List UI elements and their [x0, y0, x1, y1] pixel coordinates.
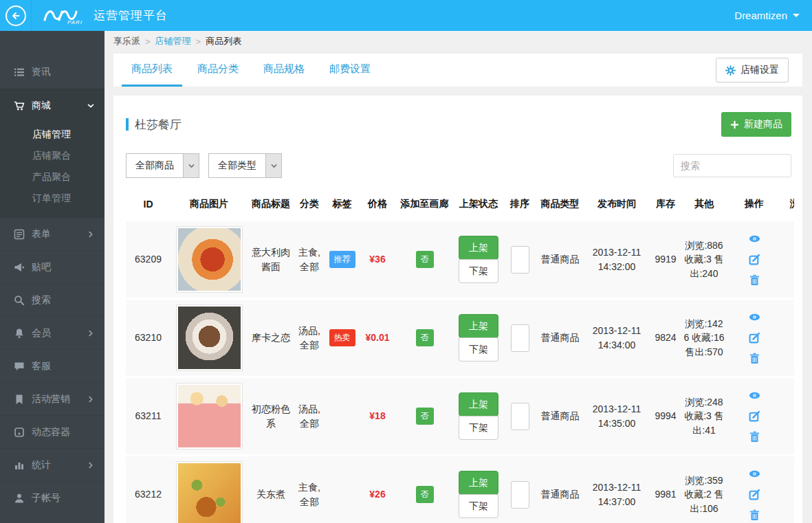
back-button-wrap — [0, 0, 32, 31]
new-product-label: 新建商品 — [744, 118, 782, 131]
tab-product-category[interactable]: 商品分类 — [188, 54, 248, 87]
user-name: Dreamtizen — [734, 10, 787, 21]
trash-icon[interactable] — [749, 353, 760, 364]
user-menu[interactable]: Dreamtizen — [734, 10, 800, 21]
caret-down-icon — [793, 14, 800, 17]
publish-time: 14:32:00 — [586, 260, 648, 274]
product-image — [177, 227, 242, 292]
table-header-row: ID 商品图片 商品标题 分类 标签 价格 添加至画廊 上架状态 排序 商品类型… — [126, 189, 794, 221]
trash-icon[interactable] — [749, 274, 760, 286]
sidebar-item-label: 会员 — [32, 327, 51, 340]
col-image: 商品图片 — [171, 189, 248, 221]
edit-icon[interactable] — [749, 332, 760, 344]
section-accent-bar — [126, 118, 129, 131]
top-bar: PARI 运营管理平台 Dreamtizen — [0, 0, 812, 31]
trash-icon[interactable] — [749, 509, 760, 521]
sidebar-item-label: 子帐号 — [32, 492, 61, 504]
col-stock: 库存 — [650, 189, 681, 221]
product-list-panel: 杜莎餐厅 新建商品 全部商品 全部类型 — [113, 96, 802, 523]
on-shelf-button[interactable]: 上架 — [459, 471, 498, 495]
edit-icon[interactable] — [749, 489, 760, 500]
chevron-right-icon — [87, 230, 95, 238]
off-shelf-button[interactable]: 下架 — [459, 416, 498, 440]
search-input[interactable] — [673, 154, 791, 177]
chevron-down-icon — [87, 102, 95, 110]
product-title: 摩卡之恋 — [248, 299, 294, 377]
sidebar-item-label: 动态容器 — [32, 426, 70, 438]
bell-icon — [14, 328, 25, 339]
chevron-right-icon — [87, 461, 95, 469]
sidebar-item-store-aggregation[interactable]: 店铺聚合 — [0, 145, 105, 166]
eye-icon[interactable] — [749, 311, 760, 323]
sidebar-item-tieba[interactable]: 贴吧 — [0, 250, 105, 283]
sidebar-item-store-management[interactable]: 店铺管理 — [0, 124, 105, 145]
logo-subtext: PARI — [67, 19, 83, 25]
sidebar-item-order-management[interactable]: 订单管理 — [0, 188, 105, 209]
sidebar-item-members[interactable]: 会员 — [0, 316, 105, 349]
breadcrumb-item-store-management[interactable]: 店铺管理 — [155, 35, 191, 47]
col-partial-clipped: 浏 — [782, 189, 794, 221]
product-stock: 9824 — [650, 299, 681, 377]
back-button[interactable] — [6, 5, 26, 26]
on-shelf-button[interactable]: 上架 — [459, 236, 498, 260]
tab-postage-settings[interactable]: 邮费设置 — [320, 54, 380, 87]
col-id: ID — [126, 189, 171, 221]
sidebar-item-statistics[interactable]: 统计 — [0, 448, 105, 481]
eye-icon[interactable] — [749, 233, 760, 245]
sidebar-item-marketing[interactable]: 活动营销 — [0, 382, 105, 415]
edit-icon[interactable] — [749, 410, 760, 422]
edit-icon[interactable] — [749, 254, 760, 265]
new-product-button[interactable]: 新建商品 — [721, 112, 791, 137]
col-price: 价格 — [360, 189, 395, 221]
cart-icon — [14, 100, 25, 111]
sort-input[interactable] — [511, 481, 529, 509]
eye-icon[interactable] — [749, 390, 760, 401]
product-title: 意大利肉酱面 — [248, 221, 294, 299]
sidebar-item-product-aggregation[interactable]: 产品聚合 — [0, 166, 105, 188]
platform-logo: PARI — [43, 7, 88, 25]
sidebar: 资讯 商城 店铺管理 店铺聚合 产品聚合 订单管理 表单 — [0, 31, 105, 523]
col-actions: 操作 — [727, 189, 782, 221]
sidebar-item-mall[interactable]: 商城 — [0, 89, 105, 122]
off-shelf-button[interactable]: 下架 — [459, 337, 498, 361]
gear-icon — [725, 65, 736, 76]
sidebar-item-news[interactable]: 资讯 — [0, 56, 105, 89]
eye-icon[interactable] — [749, 468, 760, 480]
tabs-bar: 商品列表 商品分类 商品规格 邮费设置 店铺设置 — [113, 54, 802, 87]
sidebar-item-forms[interactable]: 表单 — [0, 217, 105, 250]
sidebar-item-label: 表单 — [32, 228, 51, 241]
tab-product-list[interactable]: 商品列表 — [122, 54, 182, 87]
publish-time: 14:37:00 — [586, 495, 648, 509]
section-header: 杜莎餐厅 新建商品 — [126, 96, 794, 137]
sort-input[interactable] — [511, 403, 529, 430]
megaphone-icon — [14, 262, 25, 273]
product-category: 汤品,全部 — [294, 377, 325, 456]
off-shelf-button[interactable]: 下架 — [459, 259, 498, 283]
col-type: 商品类型 — [536, 189, 584, 221]
product-title: 初恋粉色系 — [248, 377, 294, 456]
sidebar-item-label: 资讯 — [32, 66, 51, 78]
sidebar-item-customer-service[interactable]: 客服 — [0, 349, 105, 382]
on-shelf-button[interactable]: 上架 — [459, 314, 498, 338]
trash-icon[interactable] — [749, 431, 760, 443]
chart-icon — [14, 460, 25, 471]
sort-input[interactable] — [511, 246, 529, 274]
table-row: 63210 摩卡之恋 汤品,全部 热卖 ¥0.01 否 上架 下架 — [126, 299, 794, 377]
on-shelf-button[interactable]: 上架 — [459, 392, 498, 416]
sort-input[interactable] — [511, 324, 529, 352]
publish-time: 14:34:00 — [586, 338, 648, 352]
breadcrumb-item-root: 享乐派 — [113, 35, 140, 47]
table-row: 63211 初恋粉色系 汤品,全部 ¥18 否 上架 下架 — [126, 377, 794, 456]
publish-date: 2013-12-11 — [586, 402, 648, 416]
product-filter-select[interactable]: 全部商品 — [126, 153, 199, 178]
gallery-badge: 否 — [416, 251, 434, 268]
bookmark-icon — [14, 394, 25, 405]
sidebar-item-dynamic-container[interactable]: 动态容器 — [0, 415, 105, 448]
tab-product-spec[interactable]: 商品规格 — [254, 54, 314, 87]
user-icon — [14, 493, 25, 504]
sidebar-item-search[interactable]: 搜索 — [0, 283, 105, 316]
off-shelf-button[interactable]: 下架 — [459, 494, 498, 518]
store-settings-button[interactable]: 店铺设置 — [716, 58, 789, 82]
type-filter-select[interactable]: 全部类型 — [208, 153, 282, 178]
sidebar-item-subaccounts[interactable]: 子帐号 — [0, 481, 105, 514]
